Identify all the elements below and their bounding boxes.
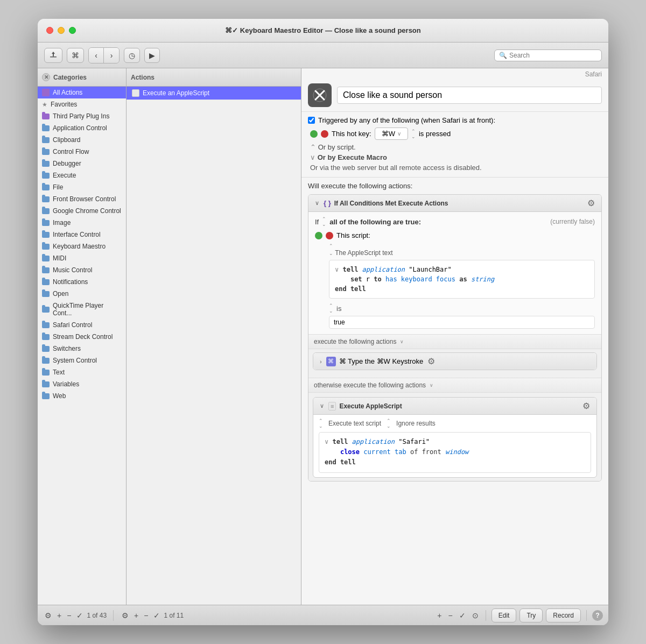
- category-item-control-flow[interactable]: Control Flow: [38, 146, 126, 158]
- category-item-midi[interactable]: MIDI: [38, 252, 126, 264]
- if-block-title: If All Conditions Met Execute Actions: [334, 200, 583, 207]
- traffic-lights: [46, 27, 76, 34]
- clock-button[interactable]: ◷: [124, 48, 140, 63]
- forward-button[interactable]: ›: [104, 48, 119, 63]
- or-by-execute-label: Or by Execute Macro: [318, 153, 387, 161]
- category-item-all-actions[interactable]: All Actions: [38, 87, 126, 98]
- execute-text-script-label: Execute text script: [328, 420, 381, 427]
- curly-icon: { }: [324, 199, 331, 207]
- macro-header: [301, 79, 608, 112]
- bottom-minus-button[interactable]: −: [447, 611, 454, 620]
- bottom-clock-button[interactable]: ⊙: [471, 611, 480, 620]
- help-button[interactable]: ?: [592, 610, 603, 621]
- or-by-script[interactable]: ⌃ Or by script.: [308, 142, 602, 152]
- if-gear-button[interactable]: ⚙: [586, 198, 596, 208]
- try-button[interactable]: Try: [519, 608, 543, 622]
- panel-close-button[interactable]: ✕: [42, 73, 50, 81]
- action-gear-button[interactable]: ⚙: [120, 611, 130, 620]
- triggered-checkbox[interactable]: [308, 117, 315, 124]
- bottom-add-button[interactable]: +: [436, 611, 443, 620]
- category-item-safari-control[interactable]: Safari Control: [38, 319, 126, 331]
- category-item-interface-control[interactable]: Interface Control: [38, 229, 126, 240]
- folder-icon: [42, 381, 50, 387]
- category-item-web[interactable]: Web: [38, 390, 126, 402]
- execute-stepper2[interactable]: ⌃⌄: [387, 418, 391, 429]
- if-label: If: [315, 218, 319, 226]
- hotkey-input[interactable]: ⌘W ∨: [375, 128, 408, 140]
- remove-trigger-button[interactable]: [321, 130, 328, 138]
- add-trigger-button[interactable]: [310, 130, 318, 138]
- is-pressed-label: is pressed: [419, 130, 451, 138]
- category-item-notifications[interactable]: Notifications: [38, 276, 126, 288]
- category-item-debugger[interactable]: Debugger: [38, 158, 126, 169]
- categories-panel: ✕ Categories All Actions ★ Favorites Thi…: [38, 68, 127, 605]
- macro-check-button[interactable]: ✓: [75, 611, 85, 620]
- action-remove-button[interactable]: −: [142, 611, 150, 620]
- macro-add-button[interactable]: +: [55, 611, 63, 620]
- category-item-favorites[interactable]: ★ Favorites: [38, 98, 126, 110]
- svg-rect-0: [50, 56, 57, 58]
- add-condition-button[interactable]: [315, 232, 322, 239]
- execute-text-script-option[interactable]: Execute text script: [328, 420, 381, 427]
- maximize-button[interactable]: [69, 27, 76, 34]
- category-item-stream-deck[interactable]: Stream Deck Control: [38, 331, 126, 343]
- keystroke-collapse-button[interactable]: ›: [319, 358, 323, 365]
- bottom-check-button[interactable]: ✓: [458, 611, 467, 620]
- if-stepper[interactable]: ⌃⌄: [322, 216, 326, 227]
- upload-button[interactable]: [44, 48, 62, 63]
- action-check-button[interactable]: ✓: [152, 611, 162, 620]
- close-button[interactable]: [46, 27, 53, 34]
- record-button[interactable]: Record: [546, 608, 581, 622]
- category-item-system-control[interactable]: System Control: [38, 355, 126, 366]
- category-item-clipboard[interactable]: Clipboard: [38, 134, 126, 146]
- code-line-3: end tell: [335, 284, 589, 294]
- macro-title-input[interactable]: [337, 87, 602, 104]
- currently-false-label: (currently false): [550, 218, 595, 225]
- back-button[interactable]: ‹: [89, 48, 104, 63]
- category-item-file[interactable]: File: [38, 181, 126, 193]
- if-collapse-button[interactable]: ∨: [314, 200, 320, 207]
- category-item-text[interactable]: Text: [38, 366, 126, 378]
- categories-list: All Actions ★ Favorites Third Party Plug…: [38, 87, 126, 605]
- ignore-results-option[interactable]: Ignore results: [396, 420, 436, 427]
- execute-as-gear-button[interactable]: ⚙: [581, 401, 591, 411]
- edit-button[interactable]: Edit: [491, 608, 517, 622]
- safari-code-line-1: ∨ tell application "Safari": [325, 437, 585, 447]
- action-item-execute-applescript[interactable]: Execute an AppleScript: [127, 87, 301, 100]
- keystroke-gear-button[interactable]: ⚙: [426, 356, 436, 366]
- action-add-button[interactable]: +: [132, 611, 140, 620]
- hotkey-stepper[interactable]: ⌃⌄: [411, 129, 416, 139]
- category-label: Control Flow: [53, 148, 89, 155]
- remove-condition-button[interactable]: [326, 232, 333, 239]
- category-item-third-party[interactable]: Third Party Plug Ins: [38, 110, 126, 122]
- category-item-keyboard-maestro[interactable]: Keyboard Maestro: [38, 240, 126, 252]
- or-by-execute[interactable]: ∨ Or by Execute Macro: [308, 152, 602, 162]
- play-button[interactable]: ▶: [144, 48, 160, 63]
- category-item-image[interactable]: Image: [38, 217, 126, 229]
- category-item-front-browser[interactable]: Front Browser Control: [38, 193, 126, 205]
- true-input[interactable]: [329, 316, 595, 329]
- macro-remove-button[interactable]: −: [65, 611, 73, 620]
- folder-icon: [42, 220, 50, 226]
- otherwise-chevron: ∨: [430, 383, 433, 388]
- category-item-execute[interactable]: Execute: [38, 169, 126, 181]
- category-item-variables[interactable]: Variables: [38, 378, 126, 390]
- category-item-switchers[interactable]: Switchers: [38, 343, 126, 355]
- category-item-google-chrome[interactable]: Google Chrome Control: [38, 205, 126, 217]
- category-item-open[interactable]: Open: [38, 288, 126, 300]
- otherwise-row[interactable]: otherwise execute the following actions …: [308, 378, 601, 393]
- favorites-icon: ★: [42, 101, 47, 108]
- search-field[interactable]: 🔍: [494, 49, 602, 61]
- macro-gear-button[interactable]: ⚙: [43, 611, 53, 620]
- category-item-quicktime[interactable]: QuickTime Player Cont...: [38, 300, 126, 319]
- category-item-application-control[interactable]: Application Control: [38, 122, 126, 134]
- execute-as-collapse-button[interactable]: ∨: [319, 402, 325, 409]
- execute-following-row[interactable]: execute the following actions ∨: [308, 334, 601, 349]
- minimize-button[interactable]: [58, 27, 65, 34]
- category-item-music-control[interactable]: Music Control: [38, 264, 126, 276]
- cmd-button[interactable]: ⌘: [67, 48, 84, 63]
- window-title: ⌘✓ Keyboard Maestro Editor — Close like …: [225, 26, 421, 34]
- execute-stepper[interactable]: ⌃⌄: [319, 418, 323, 429]
- folder-icon: [42, 358, 50, 364]
- search-input[interactable]: [509, 52, 597, 59]
